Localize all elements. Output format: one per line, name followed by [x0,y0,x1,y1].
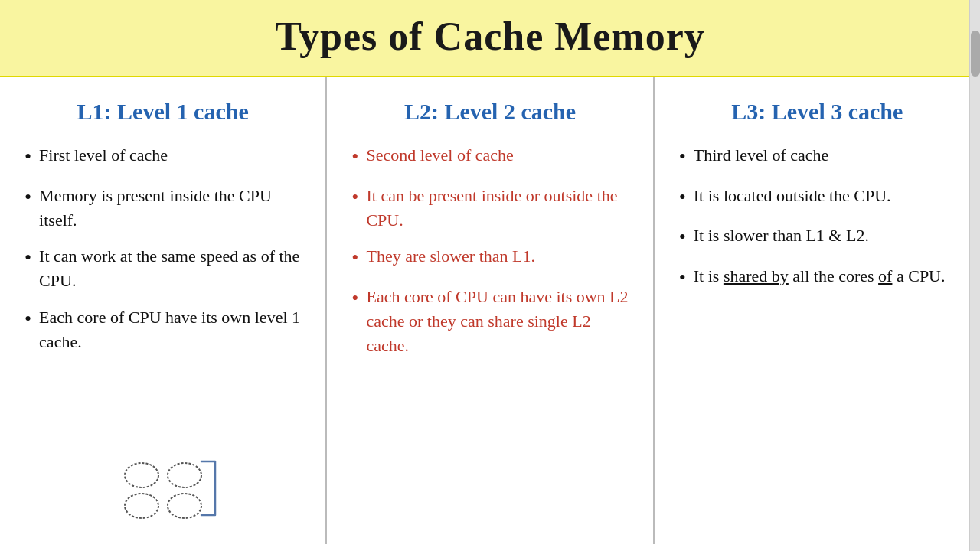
l3-title: L3: Level 3 cache [679,99,956,125]
underline-of: of [878,266,892,285]
list-item: It is shared by all the cores of a CPU. [679,264,956,292]
page-title: Types of Cache Memory [275,15,705,58]
l2-bullet-list: Second level of cache It can be present … [351,143,628,358]
cores-svg [102,454,224,523]
list-item: It can work at the same speed as of the … [24,244,301,293]
list-item: Memory is present inside the CPU itself. [24,184,301,233]
svg-point-2 [125,494,158,518]
columns-container: L1: Level 1 cache First level of cache M… [0,77,980,544]
l2-column: L2: Level 2 cache Second level of cache … [327,77,652,544]
sketch-cpu-cores [102,454,224,523]
list-item: It is located outside the CPU. [679,184,956,212]
svg-point-1 [168,463,201,487]
l1-title: L1: Level 1 cache [24,99,301,125]
svg-point-0 [125,463,158,487]
list-item: Third level of cache [679,143,956,171]
l3-column: L3: Level 3 cache Third level of cache I… [655,77,980,544]
l3-bullet-list: Third level of cache It is located outsi… [679,143,956,292]
svg-point-3 [168,494,201,518]
page-header: Types of Cache Memory [0,0,980,77]
list-item: They are slower than L1. [351,244,628,272]
l1-bullet-list: First level of cache Memory is present i… [24,143,301,354]
list-item: Each core of CPU have its own level 1 ca… [24,305,301,354]
scrollbar-thumb[interactable] [971,31,980,77]
l1-column: L1: Level 1 cache First level of cache M… [0,77,325,544]
underline-shared-by: shared by [724,266,789,285]
list-item: Second level of cache [351,143,628,171]
list-item: First level of cache [24,143,301,171]
l2-title: L2: Level 2 cache [351,99,628,125]
list-item: Each core of CPU can have its own L2 cac… [351,285,628,358]
list-item: It is slower than L1 & L2. [679,223,956,252]
scrollbar-track[interactable] [969,0,980,551]
list-item: It can be present inside or outside the … [351,184,628,233]
